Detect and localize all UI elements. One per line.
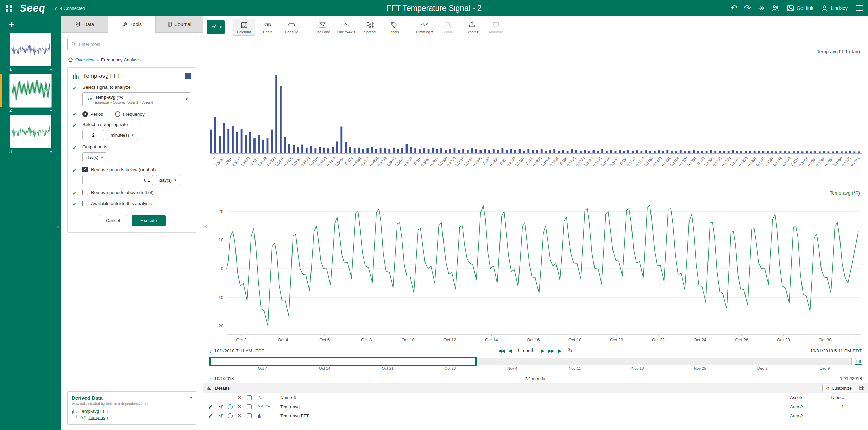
collapse-tools-handle[interactable]: « bbox=[204, 223, 207, 230]
signal-select[interactable]: Temp-avg (°F) Example » Cooling Tower 1 … bbox=[82, 92, 191, 106]
details-row[interactable]: i✕Temp-avg FFTArea A bbox=[203, 411, 868, 420]
charts-region: Temp-avg FFT (day) 07.58323.79162.52771.… bbox=[203, 38, 868, 345]
app-launcher-button[interactable] bbox=[0, 0, 18, 16]
asset-link[interactable]: Area A bbox=[790, 404, 803, 409]
hamburger-menu-icon[interactable] bbox=[856, 5, 863, 11]
fft-plot-area[interactable] bbox=[210, 53, 862, 154]
remove-icon[interactable]: ✕ bbox=[235, 404, 244, 410]
customize-button[interactable]: ⚙Customize bbox=[822, 384, 855, 392]
fft-x-tick-label: 1.2639 bbox=[257, 156, 267, 167]
period-radio[interactable]: Period bbox=[82, 111, 103, 117]
fft-x-tick-label: 0.5833 bbox=[317, 156, 327, 167]
edit-properties-icon[interactable] bbox=[206, 404, 216, 409]
chevron-down-icon[interactable]: ▾ bbox=[190, 396, 192, 400]
info-icon[interactable]: i bbox=[228, 404, 233, 409]
frequency-radio[interactable]: Frequency bbox=[115, 111, 145, 117]
range-start-arrow-icon[interactable]: ↓ bbox=[209, 348, 212, 354]
asset-link[interactable]: Area A bbox=[790, 413, 803, 418]
add-worksheet-button[interactable]: + bbox=[5, 18, 18, 31]
chevron-down-icon[interactable]: ▾ bbox=[50, 149, 52, 154]
series-color-swatch[interactable] bbox=[185, 73, 191, 79]
remove-all-icon[interactable]: ✕ bbox=[235, 395, 244, 401]
toolbar-export-button[interactable]: Export▾ bbox=[461, 19, 483, 36]
toolbar-chain-button[interactable]: Chain bbox=[257, 19, 279, 36]
step-back-half-icon[interactable]: ◀ bbox=[508, 348, 511, 353]
range-end-date: 10/31/2018 5:11 PM bbox=[810, 348, 851, 353]
fft-x-tick-label: 0.1011 bbox=[850, 156, 860, 167]
fft-chart: Temp-avg FFT (day) 07.58323.79162.52771.… bbox=[208, 38, 863, 187]
worksheet-thumbnail-card[interactable] bbox=[10, 115, 51, 148]
sampling-unit-select[interactable]: minute(s)▾ bbox=[107, 130, 137, 140]
forward-icon[interactable]: ↠ bbox=[758, 4, 765, 12]
toolbar-one-y-axis-button[interactable]: One Y-Axis bbox=[335, 19, 357, 36]
info-icon[interactable]: i bbox=[228, 413, 233, 418]
signal-name: Temp-avg bbox=[95, 95, 115, 100]
navigate-icon[interactable] bbox=[216, 404, 225, 409]
slider-options-button[interactable] bbox=[855, 358, 862, 365]
collapse-sidebar-handle[interactable]: « bbox=[56, 223, 59, 230]
step-to-end-icon[interactable]: ▶▏ bbox=[558, 348, 564, 353]
users-icon[interactable] bbox=[771, 4, 779, 13]
execute-button[interactable]: Execute bbox=[132, 215, 166, 226]
get-link-button[interactable]: Get link bbox=[786, 4, 813, 12]
tab-journal[interactable]: Journal bbox=[156, 16, 203, 33]
filter-tools-input[interactable] bbox=[79, 42, 193, 47]
remove-icon[interactable]: ✕ bbox=[235, 413, 244, 419]
view-selector-button[interactable]: ▾ bbox=[207, 20, 225, 34]
slider-track[interactable] bbox=[209, 358, 852, 365]
edit-properties-icon[interactable] bbox=[206, 413, 216, 418]
output-unit-select[interactable]: day(s)▾ bbox=[82, 152, 107, 162]
details-table-header: ✕ ⇅ Name ⇅ Assets Lane▴ bbox=[203, 393, 868, 402]
range-duration[interactable]: 1 month bbox=[517, 348, 535, 353]
connection-status[interactable]: ✔ 4 Connected bbox=[54, 6, 85, 11]
remove-below-checkbox[interactable]: Remove periods below (right of) bbox=[82, 167, 191, 172]
investigate-start-arrow-icon[interactable]: ↑ bbox=[209, 376, 212, 381]
columns-icon[interactable] bbox=[859, 385, 865, 392]
cancel-button[interactable]: Cancel bbox=[99, 215, 127, 226]
name-column-header[interactable]: Name ⇅ bbox=[280, 395, 790, 400]
remove-below-unit-select[interactable]: day(s)▾ bbox=[156, 175, 180, 185]
timezone-link[interactable]: EDT bbox=[853, 348, 862, 353]
select-all-checkbox[interactable] bbox=[247, 395, 252, 400]
worksheet-thumbnail-card[interactable]: ✎ bbox=[10, 74, 51, 107]
assets-column-header[interactable]: Assets bbox=[790, 395, 831, 400]
sort-type-icon[interactable]: ⇅ bbox=[254, 395, 266, 400]
derived-fft-link[interactable]: Temp-avg FFT bbox=[80, 409, 109, 414]
tab-data[interactable]: Data bbox=[61, 16, 108, 33]
row-checkbox[interactable] bbox=[247, 413, 252, 418]
tab-tools[interactable]: Tools bbox=[108, 16, 155, 33]
toolbar-capsule-button[interactable]: Capsule bbox=[280, 19, 303, 36]
redo-icon[interactable]: ↷ bbox=[744, 4, 751, 12]
user-menu[interactable]: Lindsey bbox=[820, 4, 848, 12]
fft-x-tick-label: 0.1896 bbox=[549, 156, 560, 167]
fft-x-tick-label: 0.1723 bbox=[583, 156, 594, 167]
sampling-rate-input[interactable] bbox=[82, 130, 104, 140]
details-row[interactable]: i✕°FTemp-avgArea A1 bbox=[203, 402, 868, 411]
refresh-icon[interactable]: ↻ bbox=[568, 347, 572, 354]
row-checkbox[interactable] bbox=[247, 404, 252, 409]
remove-above-checkbox[interactable]: Remove periods above (left of) bbox=[82, 190, 191, 195]
step-forward-half-icon[interactable]: ▶ bbox=[541, 348, 544, 353]
toolbar-dimming-button[interactable]: Dimming▾ bbox=[413, 19, 436, 36]
home-icon[interactable] bbox=[68, 57, 73, 62]
toolbar-calendar-button[interactable]: Calendar bbox=[233, 19, 255, 36]
step-forward-full-icon[interactable]: ▶▶ bbox=[548, 348, 554, 353]
annotate-icon bbox=[492, 21, 500, 29]
toolbar-one-lane-button[interactable]: One Lane bbox=[311, 19, 334, 36]
worksheet-thumbnail-card[interactable] bbox=[10, 33, 51, 66]
available-outside-checkbox[interactable]: Available outside this analysis bbox=[82, 201, 191, 206]
timezone-link[interactable]: EDT bbox=[255, 348, 264, 353]
temp-plot-area[interactable]: 20100-10-20Oct 2Oct 4Oct 6Oct 8Oct 10Oct… bbox=[208, 187, 863, 345]
breadcrumb-overview-link[interactable]: Overview bbox=[75, 57, 94, 62]
toolbar-labels-button[interactable]: Labels bbox=[382, 19, 405, 36]
lane-column-header[interactable]: Lane▴ bbox=[831, 395, 854, 400]
selected-range-handle[interactable] bbox=[209, 357, 477, 366]
chevron-down-icon[interactable]: ▾ bbox=[50, 108, 52, 113]
toolbar-spread-button[interactable]: Spread bbox=[359, 19, 381, 36]
navigate-icon[interactable] bbox=[216, 413, 225, 418]
remove-below-value-input[interactable] bbox=[82, 175, 153, 185]
undo-icon[interactable]: ↶ bbox=[731, 4, 737, 12]
derived-signal-link[interactable]: Temp-avg bbox=[89, 415, 108, 420]
chevron-down-icon[interactable]: ▾ bbox=[50, 67, 52, 72]
step-back-full-icon[interactable]: ◀◀ bbox=[498, 348, 504, 353]
